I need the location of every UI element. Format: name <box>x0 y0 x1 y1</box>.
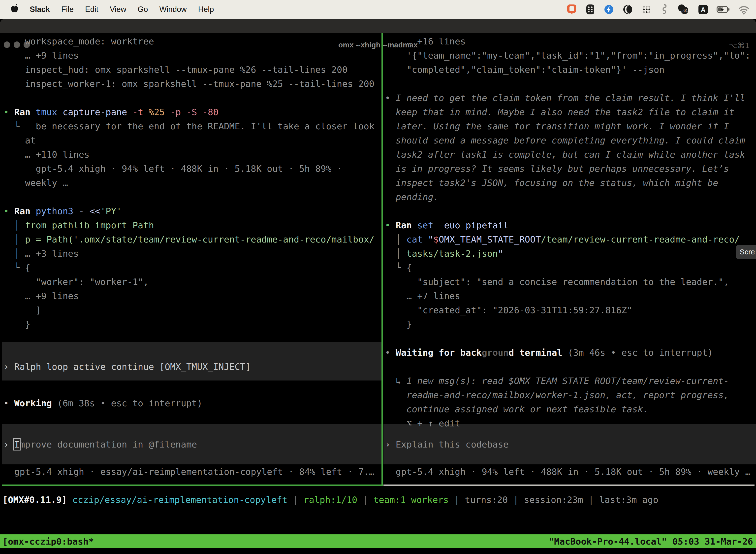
menu-go[interactable]: Go <box>138 5 148 14</box>
term-segment: inspect task2's JSON, focusing on the st… <box>396 178 718 188</box>
term-segment: session:23m <box>524 495 583 505</box>
term-segment: from pathlib import Path <box>25 220 154 230</box>
apple-menu-icon[interactable] <box>10 4 18 15</box>
term-line-right: keep that in mind. Maybe I also need the… <box>385 105 735 119</box>
term-line-right: │ tasks/task-2.json" <box>385 246 503 261</box>
term-line-hud: [OMX#0.11.9] cczip/essay/ai-reimplementa… <box>2 493 658 507</box>
term-segment: d terminal <box>509 347 568 358</box>
term-line-right: later. Using the same for transition mig… <box>385 119 729 133</box>
term-segment: • <box>3 398 14 408</box>
term-line-right: ⌥ + ↑ edit <box>385 416 460 430</box>
menu-help[interactable]: Help <box>198 5 214 14</box>
term-segment: OMX_TEAM_STATE_ROOT <box>439 234 541 244</box>
term-line-right: readme-and-reco/mailbox/worker-1.json, a… <box>385 388 729 402</box>
term-line-left: │ from pathlib import Path <box>3 218 154 232</box>
wifi-icon[interactable] <box>738 4 750 15</box>
bolt-circle-icon[interactable] <box>603 4 615 15</box>
term-segment: groun <box>482 347 508 358</box>
term-segment: gpt-5.4 xhigh · essay/ai-reimplementatio… <box>3 466 375 477</box>
term-line-right: "subject": "send a concise recommendatio… <box>385 275 729 289</box>
term-segment: Ran <box>14 107 36 117</box>
menu-view[interactable]: View <box>110 5 126 14</box>
hook-icon[interactable] <box>660 4 669 15</box>
term-segment <box>385 150 396 160</box>
term-segment: … +9 lines <box>3 50 79 61</box>
term-line-left: │ … +3 lines <box>3 246 79 261</box>
term-segment: │ <box>3 248 25 259</box>
term-segment: Working <box>14 398 57 408</box>
term-segment: -p -S -80 <box>170 107 218 117</box>
term-segment: (6m 38s • esc to interrupt) <box>57 398 202 408</box>
term-line-right: gpt-5.4 xhigh · 94% left · 488K in · 5.1… <box>385 465 751 479</box>
term-segment: "subject": "send a concise recommendatio… <box>385 277 729 287</box>
term-segment: └ { <box>3 263 30 273</box>
term-segment: inspect_worker-1: omx sparkshell --tmux-… <box>3 79 375 89</box>
term-segment: gpt-5.4 xhigh · 94% left · 488K in · 5.1… <box>3 164 342 174</box>
term-segment: • <box>385 93 396 103</box>
moon-circle-icon[interactable] <box>622 4 633 15</box>
term-segment: cat <box>406 234 428 244</box>
dots-grid-icon[interactable] <box>641 4 652 15</box>
term-segment: │ <box>3 220 25 230</box>
menu-window[interactable]: Window <box>159 5 187 14</box>
term-segment: └ be necessary for the end of the README… <box>3 121 375 131</box>
term-segment <box>385 192 396 202</box>
term-segment: 'PY' <box>100 206 122 216</box>
chat-icon[interactable] <box>566 4 577 15</box>
term-segment: … +3 lines <box>25 248 79 259</box>
term-segment: • <box>385 347 396 358</box>
term-segment: 1 new msg(s): read $OMX_TEAM_STATE_ROOT/… <box>406 376 729 386</box>
term-segment: • <box>385 220 396 230</box>
term-segment: | <box>508 495 524 505</box>
menubar: Slack File Edit View Go Window Help <box>0 0 756 19</box>
term-line-right: inspect task2's JSON, focusing on the st… <box>385 176 718 190</box>
term-line-right: • Waiting for background terminal (3m 46… <box>385 345 713 359</box>
term-line-left: at <box>3 133 36 148</box>
term-segment <box>385 178 396 188</box>
term-segment: Explain this codebase <box>396 439 508 449</box>
term-segment: team:1 workers <box>374 495 449 505</box>
term-segment: workspace_mode: worktree <box>3 36 154 46</box>
term-segment: keep that in mind. Maybe I also need the… <box>396 107 734 117</box>
term-segment: I need to get the claim token from the c… <box>396 93 745 103</box>
svg-text:..61: ..61 <box>681 8 688 13</box>
term-segment: │ <box>3 234 25 244</box>
term-segment: turns:20 <box>465 495 508 505</box>
term-segment: ↳ <box>385 376 406 386</box>
menu-file[interactable]: File <box>61 5 74 14</box>
term-segment <box>385 107 396 117</box>
term-line-right: '{"team_name":"my-team","task_id":"1","f… <box>385 48 751 63</box>
term-line-left: • Ran python3 - <<'PY' <box>3 204 122 218</box>
window-titlebar: omx --xhigh --madmax ⌥⌘1 <box>0 19 756 33</box>
term-segment: last:3m ago <box>599 495 658 505</box>
term-line-right: … +16 lines <box>385 34 465 48</box>
menubar-app-name[interactable]: Slack <box>30 5 50 14</box>
term-segment: › <box>3 362 14 372</box>
term-line-left: gpt-5.4 xhigh · 94% left · 488K in · 5.1… <box>3 162 342 176</box>
badge-61-icon[interactable]: ..61 <box>676 4 690 15</box>
text-cursor: I <box>14 439 19 449</box>
term-segment: } <box>385 319 412 329</box>
term-segment: tasks/task-2.json <box>406 248 498 259</box>
battery-icon[interactable] <box>716 4 730 15</box>
term-line-left: … +9 lines <box>3 289 79 303</box>
menu-edit[interactable]: Edit <box>85 5 98 14</box>
term-segment: at <box>3 135 36 146</box>
svg-text:A: A <box>701 6 706 13</box>
tmux-session-label: [omx-cczip0:bash* <box>2 536 94 547</box>
term-line-left: … +9 lines <box>3 48 79 63</box>
term-segment: << <box>89 206 100 216</box>
term-segment: readme-and-reco/mailbox/worker-1.json, a… <box>406 390 729 400</box>
term-line-right: └ { <box>385 261 412 275</box>
term-line-right: should send a message before completing … <box>385 133 745 148</box>
term-segment: … +7 lines <box>385 291 460 301</box>
term-segment: Waiting for back <box>396 347 482 358</box>
term-line-left: • Working (6m 38s • esc to interrupt) <box>3 396 202 410</box>
term-line-right: "created_at": "2026-03-31T11:59:27.816Z" <box>385 303 632 317</box>
term-line-left: › Ralph loop active continue [OMX_TMUX_I… <box>3 359 251 374</box>
term-segment: -euo pipefail <box>439 220 509 230</box>
letter-a-icon[interactable]: A <box>697 4 709 15</box>
keyboard-icon[interactable] <box>585 4 596 15</box>
term-segment: Ralph loop active continue [OMX_TMUX_INJ… <box>14 362 251 372</box>
pane-divider[interactable] <box>381 33 383 486</box>
